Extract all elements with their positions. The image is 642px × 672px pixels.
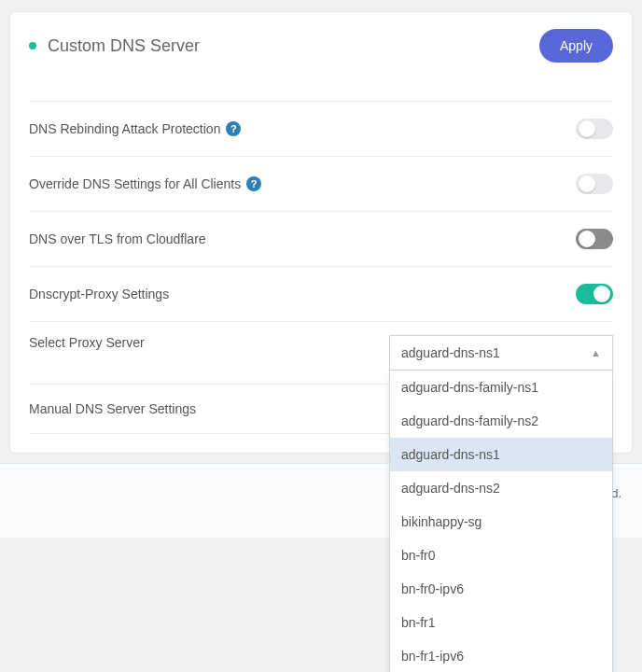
divider <box>29 76 613 102</box>
row-dnscrypt-proxy: Dnscrypt-Proxy Settings <box>29 267 613 322</box>
label-text: DNS Rebinding Attack Protection <box>29 121 220 136</box>
label-text: Override DNS Settings for All Clients <box>29 176 241 191</box>
proxy-option[interactable]: bikinhappy-sg <box>390 505 612 539</box>
row-dns-over-tls: DNS over TLS from Cloudflare <box>29 212 613 267</box>
row-override-dns: Override DNS Settings for All Clients ? <box>29 157 613 212</box>
proxy-option[interactable]: adguard-dns-ns1 <box>390 438 612 471</box>
row-label: Select Proxy Server <box>29 335 145 350</box>
proxy-option[interactable]: bn-fr0-ipv6 <box>390 572 612 606</box>
row-select-proxy: Select Proxy Server adguard-dns-ns1 ▲ ad… <box>29 322 613 385</box>
label-text: Dnscrypt-Proxy Settings <box>29 287 169 301</box>
toggle-dnscrypt-proxy[interactable] <box>576 284 613 304</box>
row-label: Dnscrypt-Proxy Settings <box>29 287 169 301</box>
apply-button[interactable]: Apply <box>539 29 613 63</box>
title-wrap: Custom DNS Server <box>29 36 200 56</box>
row-label: Override DNS Settings for All Clients ? <box>29 176 261 191</box>
proxy-dropdown[interactable]: adguard-dns-family-ns1adguard-dns-family… <box>389 371 613 672</box>
help-icon[interactable]: ? <box>246 176 261 191</box>
toggle-knob-icon <box>579 175 595 192</box>
status-dot-icon <box>29 42 36 49</box>
proxy-option[interactable]: bn-fr1 <box>390 606 612 639</box>
row-label: Manual DNS Server Settings <box>29 401 196 416</box>
toggle-knob-icon <box>579 231 595 247</box>
label-text: DNS over TLS from Cloudflare <box>29 231 206 246</box>
toggle-knob-icon <box>579 120 595 137</box>
toggle-dns-over-tls[interactable] <box>576 229 613 249</box>
proxy-option[interactable]: bn-fr0 <box>390 539 612 572</box>
proxy-option[interactable]: adguard-dns-family-ns1 <box>390 371 612 404</box>
row-label: DNS over TLS from Cloudflare <box>29 231 206 246</box>
proxy-option[interactable]: adguard-dns-family-ns2 <box>390 404 612 438</box>
help-icon[interactable]: ? <box>226 121 241 136</box>
card-header: Custom DNS Server Apply <box>10 12 632 76</box>
proxy-option[interactable]: bn-fr1-ipv6 <box>390 639 612 672</box>
custom-dns-card: Custom DNS Server Apply DNS Rebinding At… <box>9 11 633 454</box>
proxy-select[interactable]: adguard-dns-ns1 ▲ <box>389 335 613 371</box>
card-body: DNS Rebinding Attack Protection ? Overri… <box>10 76 632 434</box>
label-text: Select Proxy Server <box>29 335 145 350</box>
page-title: Custom DNS Server <box>48 36 200 56</box>
toggle-dns-rebinding[interactable] <box>576 119 613 139</box>
toggle-knob-icon <box>593 286 610 302</box>
row-dns-rebinding: DNS Rebinding Attack Protection ? <box>29 102 613 157</box>
proxy-select-wrap: adguard-dns-ns1 ▲ adguard-dns-family-ns1… <box>389 335 613 371</box>
proxy-selected-value: adguard-dns-ns1 <box>401 345 500 360</box>
proxy-option[interactable]: adguard-dns-ns2 <box>390 471 612 505</box>
label-text: Manual DNS Server Settings <box>29 401 196 416</box>
chevron-up-icon: ▲ <box>591 347 601 358</box>
toggle-override-dns[interactable] <box>576 174 613 194</box>
row-label: DNS Rebinding Attack Protection ? <box>29 121 241 136</box>
